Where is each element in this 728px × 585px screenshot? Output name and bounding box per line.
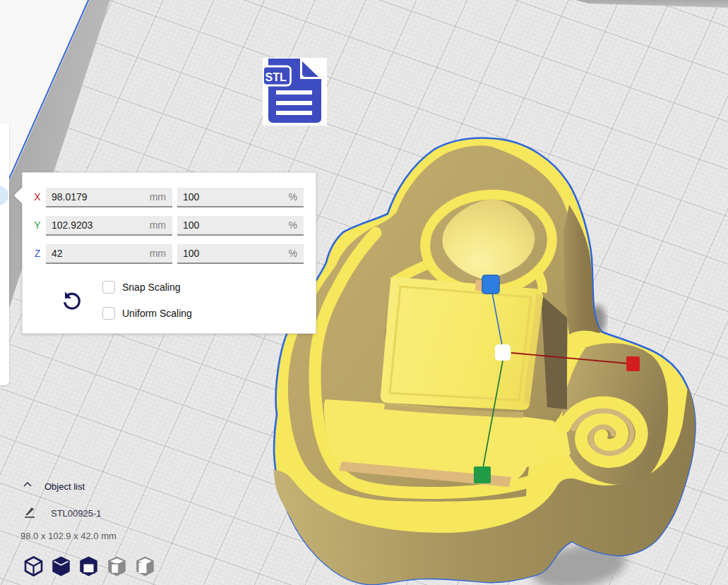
svg-text:STL: STL <box>265 71 287 83</box>
